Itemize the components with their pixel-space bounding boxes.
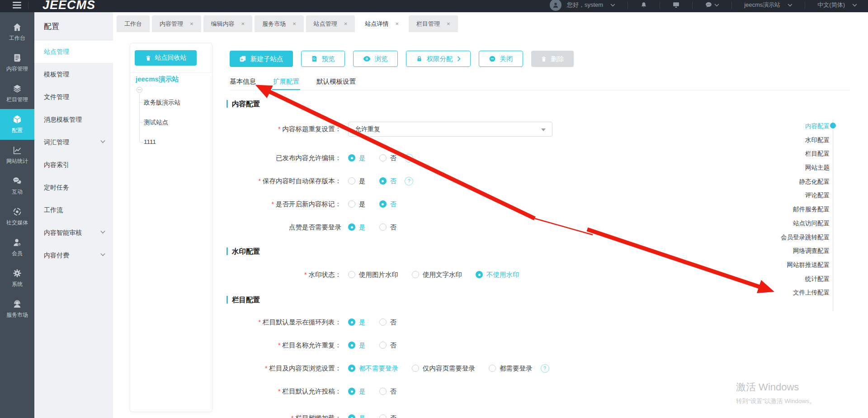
radio-option-no[interactable]: 否 <box>379 223 397 232</box>
chevron-down-icon[interactable] <box>852 4 857 7</box>
submenu-item-template[interactable]: 模板管理 <box>34 63 113 86</box>
submenu-item-vocabulary[interactable]: 词汇管理 <box>34 131 113 153</box>
radio-unselected-icon[interactable] <box>412 365 419 372</box>
anchor-content-config[interactable]: 内容配置 <box>781 119 830 133</box>
radio-unselected-icon[interactable] <box>379 342 387 349</box>
tree-child-site[interactable]: 政务版演示站 <box>144 99 180 107</box>
radio-selected-icon[interactable] <box>379 177 387 185</box>
radio-unselected-icon[interactable] <box>489 365 496 372</box>
radio-selected-icon[interactable] <box>348 388 355 395</box>
radio-option-no[interactable]: 否 <box>379 414 397 418</box>
radio-selected-icon[interactable] <box>379 200 387 208</box>
radio-option-no[interactable]: 否 <box>379 341 397 350</box>
radio-selected-icon[interactable] <box>348 365 355 372</box>
radio-option-yes[interactable]: 是 <box>348 223 366 232</box>
radio-unselected-icon[interactable] <box>379 414 387 418</box>
radio-option-no-login-needed[interactable]: 都不需要登录 <box>348 364 398 373</box>
radio-unselected-icon[interactable] <box>348 271 355 278</box>
anchor-mail-service-config[interactable]: 邮件服务配置 <box>781 203 830 217</box>
tree-root-site[interactable]: jeecms演示站 <box>136 75 179 84</box>
submenu-item-paid-content[interactable]: 内容付费 <box>34 244 113 266</box>
radio-selected-icon[interactable] <box>348 223 355 231</box>
radio-option-no[interactable]: 否 <box>379 177 397 185</box>
radio-unselected-icon[interactable] <box>379 154 387 162</box>
submenu-item-site-management[interactable]: 站点管理 <box>34 40 113 63</box>
site-selector[interactable]: jeecms演示站 <box>744 1 780 9</box>
tree-child-site[interactable]: 1111 <box>144 138 156 145</box>
radio-option-image-watermark[interactable]: 使用图片水印 <box>348 271 398 279</box>
radio-unselected-icon[interactable] <box>412 271 419 278</box>
radio-unselected-icon[interactable] <box>379 223 387 231</box>
sidebar-item-interaction[interactable]: 互动 <box>0 171 34 201</box>
chevron-down-icon[interactable] <box>610 4 615 7</box>
sidebar-item-config[interactable]: 配置 <box>0 109 34 140</box>
radio-selected-icon[interactable] <box>348 318 355 326</box>
chevron-down-icon[interactable] <box>788 4 793 7</box>
submenu-item-files[interactable]: 文件管理 <box>34 86 113 108</box>
radio-option-yes[interactable]: 是 <box>348 177 366 185</box>
submenu-item-workflow[interactable]: 工作流 <box>34 199 113 221</box>
tab-workbench[interactable]: 工作台 <box>117 15 150 32</box>
user-greeting[interactable]: 您好，system <box>567 1 603 9</box>
tree-child-site[interactable]: 测试站点 <box>144 119 168 127</box>
radio-selected-icon[interactable] <box>348 342 355 349</box>
radio-selected-icon[interactable] <box>348 154 355 162</box>
sidebar-item-social[interactable]: 社交媒体 <box>0 201 34 232</box>
help-icon[interactable] <box>405 177 413 185</box>
monitor-icon[interactable] <box>672 1 680 9</box>
site-recycle-bin-button[interactable]: 站点回收站 <box>135 50 197 66</box>
radio-option-no-watermark[interactable]: 不使用水印 <box>476 271 519 279</box>
anchor-watermark-config[interactable]: 水印配置 <box>781 133 830 147</box>
sidebar-item-system[interactable]: 系统 <box>0 263 34 294</box>
radio-unselected-icon[interactable] <box>379 388 387 395</box>
help-icon[interactable] <box>541 364 549 373</box>
help-icon[interactable] <box>405 154 413 162</box>
radio-selected-icon[interactable] <box>348 414 355 418</box>
radio-option-no[interactable]: 否 <box>379 154 397 162</box>
close-icon[interactable]: × <box>190 20 193 27</box>
radio-unselected-icon[interactable] <box>348 177 355 185</box>
anchor-site-theme[interactable]: 网站主题 <box>781 161 830 175</box>
radio-option-yes[interactable]: 是 <box>348 318 366 327</box>
bell-icon[interactable] <box>640 1 647 9</box>
radio-option-yes[interactable]: 是 <box>348 341 366 350</box>
anchor-file-upload-config[interactable]: 文件上传配置 <box>781 286 830 300</box>
anchor-comment-config[interactable]: 评论配置 <box>781 189 830 203</box>
submenu-item-message-template[interactable]: 消息模板管理 <box>34 108 113 131</box>
anchor-site-group-push-config[interactable]: 网站群推送配置 <box>781 258 830 272</box>
radio-option-no[interactable]: 否 <box>379 318 397 327</box>
radio-unselected-icon[interactable] <box>379 318 387 326</box>
radio-option-yes[interactable]: 是 <box>348 387 366 396</box>
hamburger-icon[interactable] <box>13 2 21 9</box>
anchor-static-config[interactable]: 静态化配置 <box>781 175 830 189</box>
sidebar-item-content[interactable]: 内容管理 <box>0 48 34 78</box>
sidebar-item-columns[interactable]: 栏目管理 <box>0 78 34 109</box>
anchor-site-access-config[interactable]: 站点访问配置 <box>781 217 830 231</box>
language-selector[interactable]: 中文(简体) <box>817 1 845 9</box>
radio-option-all-login[interactable]: 都需要登录 <box>489 364 533 373</box>
submenu-item-content-index[interactable]: 内容索引 <box>34 153 113 176</box>
sidebar-item-marketplace[interactable]: 服务市场 <box>0 294 34 324</box>
submenu-item-scheduled-tasks[interactable]: 定时任务 <box>34 176 113 199</box>
anchor-member-login-redirect-config[interactable]: 会员登录跳转配置 <box>781 231 830 245</box>
radio-selected-icon[interactable] <box>476 271 483 278</box>
sidebar-item-members[interactable]: 会员 <box>0 232 34 263</box>
radio-option-no[interactable]: 否 <box>379 200 397 209</box>
radio-option-text-watermark[interactable]: 使用文字水印 <box>412 271 462 279</box>
anchor-column-config[interactable]: 栏目配置 <box>781 147 830 161</box>
sidebar-item-workbench[interactable]: 工作台 <box>0 17 34 48</box>
radio-option-no[interactable]: 否 <box>379 387 397 396</box>
anchor-survey-config[interactable]: 网络调查配置 <box>781 244 830 258</box>
radio-option-yes[interactable]: 是 <box>348 414 366 418</box>
anchor-statistics-config[interactable]: 统计配置 <box>781 272 830 286</box>
tab-content-management[interactable]: 内容管理× <box>152 15 201 32</box>
radio-option-content-page-login[interactable]: 仅内容页需要登录 <box>412 364 475 373</box>
avatar[interactable] <box>550 0 561 11</box>
title-repeat-select[interactable]: 允许重复 <box>348 122 552 137</box>
sidebar-item-stats[interactable]: 网站统计 <box>0 140 34 171</box>
radio-option-yes[interactable]: 是 <box>348 154 366 162</box>
radio-option-yes[interactable]: 是 <box>348 200 366 209</box>
chat-icon[interactable] <box>705 1 719 9</box>
tree-collapse-icon[interactable] <box>137 87 142 93</box>
submenu-item-smart-review[interactable]: 内容智能审核 <box>34 221 113 244</box>
